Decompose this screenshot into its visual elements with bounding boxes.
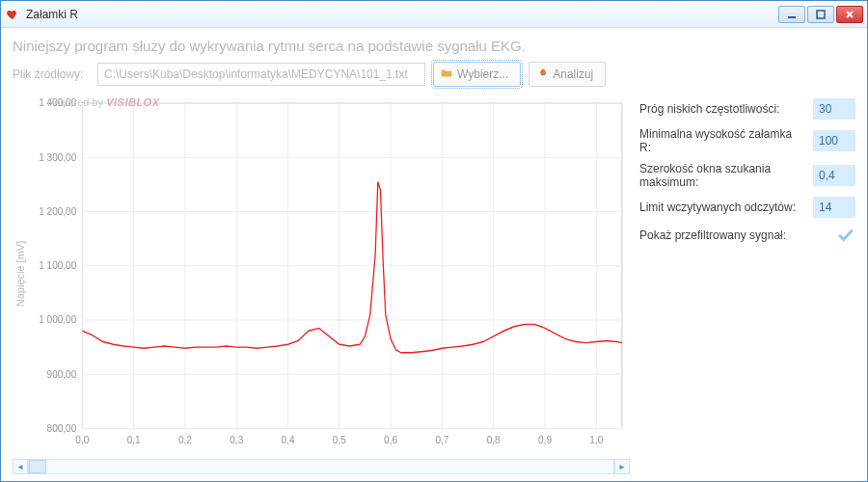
plot-area: Powered by VISIBLOX 800,00900,001 000,00… (28, 93, 630, 454)
visiblox-watermark: Powered by VISIBLOX (47, 96, 160, 108)
chart-svg: 800,00900,001 000,001 100,001 200,001 30… (28, 93, 630, 454)
parameters-panel: Próg niskich częstotliwości: Minimalna w… (639, 93, 855, 475)
param-label: Pokaż przefiltrowany sygnał: (639, 228, 786, 242)
min-r-input[interactable] (813, 130, 855, 151)
window-input[interactable] (813, 165, 855, 186)
y-axis-label: Napięcie [mV] (14, 240, 26, 306)
content-area: Niniejszy program służy do wykrywania ry… (1, 28, 867, 481)
file-label: Plik źródłowy: (13, 67, 90, 81)
horizontal-scrollbar[interactable]: ◄ ► (13, 458, 630, 475)
svg-rect-1 (817, 11, 825, 18)
chart-wrap: Napięcie [mV] Powered by VISIBLOX 800,00… (13, 93, 630, 454)
param-label: Próg niskich częstotliwości: (639, 102, 779, 116)
param-limit: Limit wczytywanych odczytów: (639, 197, 855, 218)
scroll-thumb[interactable] (29, 460, 46, 473)
titlebar: Załamki R (1, 1, 867, 28)
param-window: Szerokość okna szukania maksimum: (639, 162, 855, 189)
subtitle: Niniejszy program służy do wykrywania ry… (13, 38, 855, 54)
svg-text:0,2: 0,2 (178, 434, 192, 446)
param-label: Szerokość okna szukania maksimum: (639, 162, 805, 189)
low-freq-input[interactable] (813, 98, 855, 120)
scroll-right-button[interactable]: ► (614, 459, 630, 474)
watermark-prefix: Powered by (47, 96, 106, 108)
watermark-brand: VISIBLOX (106, 96, 159, 108)
svg-text:1 200,00: 1 200,00 (39, 204, 76, 217)
svg-text:1 000,00: 1 000,00 (39, 313, 76, 326)
svg-text:0,3: 0,3 (230, 434, 243, 446)
heart-icon (5, 7, 20, 22)
svg-rect-0 (788, 16, 796, 18)
chart-column: Napięcie [mV] Powered by VISIBLOX 800,00… (13, 93, 630, 475)
svg-text:800,00: 800,00 (47, 421, 77, 434)
svg-text:0,5: 0,5 (333, 434, 346, 446)
svg-text:0,0: 0,0 (75, 434, 89, 446)
param-min-r: Minimalna wysokość załamka R: (639, 127, 855, 154)
close-button[interactable] (836, 6, 863, 23)
svg-text:1 100,00: 1 100,00 (39, 259, 76, 272)
y-axis-label-container: Napięcie [mV] (13, 93, 28, 454)
browse-button-label: Wybierz... (457, 67, 508, 81)
svg-text:0,8: 0,8 (487, 434, 501, 446)
svg-text:0,4: 0,4 (282, 434, 295, 446)
browse-button[interactable]: Wybierz... (433, 62, 521, 87)
analyze-button-label: Analizuj (553, 67, 593, 81)
param-low-freq: Próg niskich częstotliwości: (639, 98, 855, 120)
limit-input[interactable] (813, 197, 855, 218)
analyze-button[interactable]: Analizuj (529, 62, 606, 87)
param-label: Limit wczytywanych odczytów: (639, 201, 796, 214)
svg-text:900,00: 900,00 (47, 367, 77, 380)
scroll-left-button[interactable]: ◄ (13, 459, 28, 474)
svg-text:1,0: 1,0 (589, 434, 603, 446)
maximize-button[interactable] (807, 6, 834, 23)
param-label: Minimalna wysokość załamka R: (639, 127, 805, 154)
show-filtered-checkbox[interactable] (836, 226, 855, 245)
file-row: Plik źródłowy: Wybierz... Analizuj (13, 62, 855, 87)
scroll-track[interactable] (28, 459, 614, 474)
svg-text:0,6: 0,6 (384, 434, 397, 446)
window-controls (778, 6, 863, 23)
flame-icon (535, 67, 549, 83)
main-row: Napięcie [mV] Powered by VISIBLOX 800,00… (13, 93, 855, 475)
svg-text:0,7: 0,7 (435, 434, 448, 446)
minimize-button[interactable] (778, 6, 805, 23)
svg-text:0,9: 0,9 (538, 434, 552, 446)
app-window: Załamki R Niniejszy program służy do wyk… (0, 0, 868, 482)
svg-text:0,1: 0,1 (127, 434, 141, 446)
param-show-filtered: Pokaż przefiltrowany sygnał: (639, 226, 855, 245)
svg-text:1 300,00: 1 300,00 (39, 150, 76, 163)
folder-icon (440, 67, 453, 83)
file-path-input[interactable] (97, 63, 425, 86)
window-title: Załamki R (26, 8, 778, 21)
